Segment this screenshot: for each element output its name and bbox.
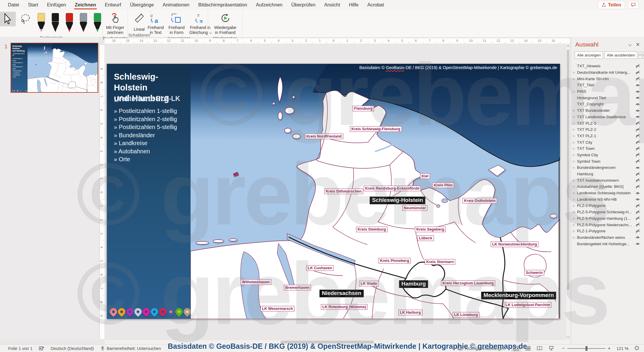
eye-hidden-icon[interactable] [635,204,640,208]
map-label-kreis-schleswig-flensburg[interactable]: Kreis Schleswig-Flensburg [350,126,402,132]
selection-item[interactable]: ▷Autobahnen [Quelle: BKG] [571,183,644,190]
map-label-kreis-plön[interactable]: Kreis Plön [432,183,454,188]
eye-visible-icon[interactable] [635,235,640,239]
ink-replay-button[interactable]: Wiedergabein Freihand [213,11,238,36]
tab-start[interactable]: Start [24,0,42,10]
map-label-lk-wesermarsch[interactable]: LK Wesermarsch [261,306,294,312]
selection-item[interactable]: ▷Symbol City [571,152,644,158]
pane-options-icon[interactable] [628,43,631,46]
selection-item[interactable]: ▷PLZ-5-Polygone Niedersachs... [571,221,644,228]
selection-item[interactable]: ▷TXT Autobahnnummern [571,177,644,183]
map-label-lk-rotenburg-wümme-[interactable]: LK Rotenburg (Wümme) [321,304,367,310]
eye-visible-icon[interactable] [635,242,640,246]
eye-hidden-icon[interactable] [635,229,640,233]
eye-visible-icon[interactable] [635,115,640,119]
map-label-kreis-herzogtum-lauenburg[interactable]: Kreis Herzogtum Lauenburg [441,281,495,286]
selection-item[interactable]: ▷TXT PLZ-2 [571,126,644,133]
selection-item[interactable]: ▷Bundesländerflächen weiss [571,234,644,241]
map-label-kiel[interactable]: Kiel [420,174,430,179]
tab-zeichnen[interactable]: Zeichnen [71,0,100,10]
selection-item[interactable]: ▷Symbol Town [571,158,644,164]
expand-icon[interactable]: ▷ [573,122,577,125]
state-label-schleswig-holstein[interactable]: Schleswig-Holstein [370,197,425,204]
eye-hidden-icon[interactable] [635,147,640,151]
move-down-button[interactable] [643,52,644,59]
zoom-slider[interactable]: − + [562,346,611,351]
state-label-mecklenburg-vorpommern[interactable]: Mecklenburg-Vorpommern [481,292,556,299]
map-label-kreis-stormarn[interactable]: Kreis Stormarn [425,259,455,265]
selection-item[interactable]: ▷Mini-Karte SH-HH [571,75,644,82]
selection-item[interactable]: ▷TXT PLZ-1 [571,133,644,139]
expand-icon[interactable]: ▷ [573,90,577,93]
expand-icon[interactable]: ▷ [573,210,577,214]
map-label-kreis-steinburg[interactable]: Kreis Steinburg [356,227,388,232]
selection-item[interactable]: ▷TXT PLZ-5 [571,120,644,126]
share-button[interactable]: Teilen [598,1,625,9]
map-label-lk-cuxhaven[interactable]: LK Cuxhaven [306,265,333,271]
map-label-kreis-ostholstein[interactable]: Kreis Ostholstein [463,198,497,204]
zoom-out-icon[interactable]: − [562,346,565,351]
eye-hidden-icon[interactable] [635,121,640,125]
selection-item[interactable]: TXT_Hinweis [571,63,644,69]
vscroll-thumb[interactable] [567,50,569,290]
pen-black[interactable] [49,13,61,35]
vertical-scrollbar[interactable] [566,44,570,339]
comments-button[interactable] [628,1,639,8]
eye-hidden-icon[interactable] [635,140,640,144]
selection-item[interactable]: ▷TXT Bundesländer [571,107,644,114]
eye-hidden-icon[interactable] [635,159,640,163]
show-all-button[interactable]: Alle anzeigen [575,51,603,59]
scroll-up-icon[interactable] [566,45,570,48]
expand-icon[interactable]: ▷ [573,141,577,144]
tab-animationen[interactable]: Animationen [159,0,193,10]
expand-icon[interactable]: ▷ [573,204,577,207]
eye-hidden-icon[interactable] [635,134,640,138]
eye-visible-icon[interactable] [635,197,640,201]
reading-view-button[interactable] [535,345,544,352]
tab-datei[interactable]: Datei [4,0,23,10]
selection-item[interactable]: ▷Deutschlandkarte mit Unterg... [571,69,644,76]
expand-icon[interactable]: ▷ [573,147,577,150]
expand-icon[interactable]: ▷ [573,115,577,119]
expand-icon[interactable]: ▷ [573,128,577,131]
spellcheck-status[interactable] [39,346,44,351]
eye-visible-icon[interactable] [635,166,640,170]
pen-red[interactable] [63,13,76,35]
map-label-kreis-dithmarschen[interactable]: Kreis Dithmarschen [324,189,363,194]
expand-icon[interactable]: ▷ [573,198,577,201]
draw-with-finger-button[interactable]: Mit Fingerzeichnen [104,11,126,36]
language-status[interactable]: Deutsch (Deutschland) [51,346,94,351]
eye-hidden-icon[interactable] [635,77,640,81]
expand-icon[interactable]: ▷ [573,191,577,195]
eye-hidden-icon[interactable] [635,153,640,157]
expand-icon[interactable]: ▷ [573,217,577,220]
select-tool-button[interactable] [0,12,16,26]
eye-hidden-icon[interactable] [635,178,640,182]
hide-all-button[interactable]: Alle ausblenden [604,51,637,59]
expand-icon[interactable]: ▷ [573,166,577,169]
pencil-gray[interactable] [77,13,90,35]
fit-to-window-button[interactable] [634,346,639,351]
map-label-kreis-nordfriesland[interactable]: Kreis Nordfriesland [305,134,343,139]
eye-visible-icon[interactable] [635,109,640,113]
map-label-lk-norwestmecklenburg[interactable]: LK Norwestmecklenburg [491,242,538,247]
tab-überprüfen[interactable]: Überprüfen [287,0,319,10]
tab-übergänge[interactable]: Übergänge [126,0,158,10]
expand-icon[interactable]: ▷ [573,109,577,112]
selection-item[interactable]: TXT_Copyright [571,101,644,107]
selection-item[interactable]: Bundesgebiet mit Hoheitsge... [571,241,644,247]
pen-highlighter-yellow[interactable] [35,13,47,35]
expand-icon[interactable]: ▷ [573,160,577,163]
selection-item[interactable]: ▷Landkreise NS-MV-HB [571,196,644,202]
eye-visible-icon[interactable] [635,191,640,195]
tab-entwurf[interactable]: Entwurf [101,0,125,10]
map-label-neumünster[interactable]: Neumünster [402,205,427,211]
map-label-kreis-rendsburg-eckernförde[interactable]: Kreis Rendsburg-Eckernförde [364,186,421,191]
slide-canvas[interactable]: Schleswig-Holsteinund Hamburg _Vektorkar… [107,64,560,319]
selection-item[interactable]: ▷TXT Town [571,145,644,152]
vertical-ruler[interactable]: 9876543210123456789 [100,44,105,339]
slideshow-view-button[interactable] [546,345,556,352]
eye-visible-icon[interactable] [635,102,640,106]
expand-icon[interactable]: ▷ [573,229,577,233]
eye-hidden-icon[interactable] [635,223,640,227]
